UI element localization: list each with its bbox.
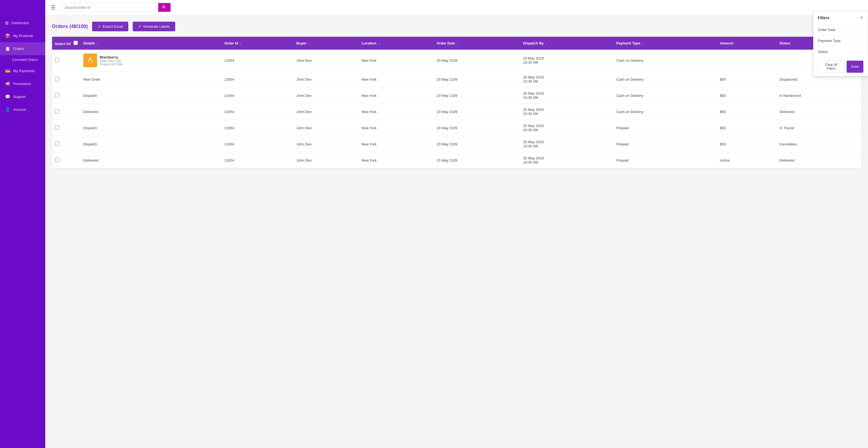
row-payment-type: Cash on Delivery [614,50,717,71]
row-status: Cancelleex [777,136,861,152]
row-checkbox-5[interactable] [55,142,59,146]
select-all-label: Select All [55,42,71,46]
product-sku: Seller SKU: 342 [100,59,123,63]
row-buyer: John Deo [293,120,359,136]
row-detail-label: New Order [83,78,101,82]
export-excel-button[interactable]: ↗ Export Excel [92,22,128,31]
row-checkbox-0[interactable] [55,58,59,62]
row-checkbox-6[interactable] [55,158,59,162]
row-payment-type: Prepaid [614,120,717,136]
row-detail-label: Delivered [83,110,98,114]
row-location: New York [359,152,434,169]
sidebar-item-support[interactable]: 💬 Support [0,90,45,103]
hamburger-icon[interactable]: ☰ [51,4,56,11]
row-order-id: 11654 [221,120,293,136]
filter-panel: Filters ✕ Order Date Payment Type Status… [813,11,868,76]
svg-rect-0 [86,56,94,64]
sidebar-item-my-payments[interactable]: 💳 My Payments [0,64,45,78]
sidebar: ⊞ Dashboard 📦 My Products 📋 Orders Cance… [0,0,45,448]
generate-icon: ↗ [138,24,141,29]
row-buyer: John Deo [293,104,359,120]
row-order-id: 11654 [221,104,293,120]
row-buyer: John Deo [293,71,359,88]
row-payment-type: Prepaid [614,152,717,169]
order-date-header[interactable]: Order Date ↓ [434,37,520,50]
row-order-id: 11654 [221,71,293,88]
payment-sort-icon: ↓ [642,42,644,45]
row-status: In Transit [777,120,861,136]
orders-table: Select All Details ↓ Order Id ↓ Buyer [52,37,861,169]
filter-item-status[interactable]: Status [813,47,868,57]
account-icon: 👤 [5,107,10,112]
row-dispatch-by: 20 May 2019 10:30 AM [520,120,614,136]
buyer-sort-icon: ↓ [309,42,310,45]
row-order-date: 20 May 2109 [434,71,520,88]
row-checkbox-2[interactable] [55,93,59,97]
filter-item-payment-type[interactable]: Payment Type [813,35,868,47]
row-buyer: John Deo [293,136,359,152]
dispatch-by-header[interactable]: Dispatch By ↓ [520,37,614,50]
row-checkbox-cell [52,120,81,136]
row-checkbox-4[interactable] [55,125,59,130]
sidebar-item-dashboard[interactable]: ⊞ Dashboard [0,17,45,29]
search-button[interactable]: 🔍 [158,3,170,12]
row-dispatch-by: 20 May 2019 10:30 AM [520,136,614,152]
select-all-header[interactable]: Select All [52,37,81,50]
row-detail-label: Dispatch [83,142,97,146]
done-button[interactable]: Done [847,61,863,73]
row-checkbox-3[interactable] [55,109,59,114]
generate-label: Generate Labels [144,24,170,29]
row-checkbox-1[interactable] [55,77,59,81]
table-row: Blackberry Seller SKU: 342 Product Id:87… [52,50,861,71]
payment-type-header[interactable]: Payment Type ↓ [614,37,717,50]
row-detail-label: Dispatch [83,94,97,98]
row-checkbox-cell [52,104,81,120]
row-buyer: John Deo [293,88,359,104]
buyer-header[interactable]: Buyer ↓ [293,37,359,50]
cancelled-orders-label: Cancelled Orders [12,58,37,62]
sidebar-item-label: Support [13,95,26,99]
row-order-date: 20 May 2109 [434,50,520,71]
filter-close-button[interactable]: ✕ [860,15,863,20]
row-order-id: 11654 [221,136,293,152]
product-name: Blackberry [100,55,123,59]
orders-header: Orders (48/100) ↗ Export Excel ↗ Generat… [52,21,861,32]
row-location: New York [359,120,434,136]
search-input[interactable] [61,3,158,12]
row-order-id: 11654 [221,50,293,71]
order-date-sort-icon: ↓ [457,42,459,45]
select-all-checkbox[interactable] [73,40,78,45]
content-area: Orders (48/100) ↗ Export Excel ↗ Generat… [45,15,868,448]
sidebar-item-promotions[interactable]: 📢 Promotions [0,78,45,90]
sidebar-item-account[interactable]: 👤 Account [0,103,45,116]
payments-icon: 💳 [5,68,10,73]
row-checkbox-cell [52,50,81,71]
row-checkbox-cell [52,71,81,88]
table-body: Blackberry Seller SKU: 342 Product Id:87… [52,50,861,169]
clear-all-filters-button[interactable]: Clear All Filters [818,61,844,73]
orders-table-wrapper: Select All Details ↓ Order Id ↓ Buyer [52,36,861,169]
sidebar-item-orders[interactable]: 📋 Orders [0,42,45,55]
table-row: Delivered11654John DeoNew York20 May 210… [52,152,861,169]
row-order-date: 20 May 2109 [434,104,520,120]
row-location: New York [359,104,434,120]
row-amount: $50 [717,120,777,136]
order-id-header[interactable]: Order Id ↓ [221,37,293,50]
search-wrapper: 🔍 [61,3,171,12]
filter-header: Filters ✕ [813,11,868,24]
product-id: Product Id:87666 [100,63,123,66]
details-header[interactable]: Details ↓ [81,37,221,50]
orders-icon: 📋 [5,46,10,51]
sidebar-item-my-products[interactable]: 📦 My Products [0,29,45,42]
sidebar-item-cancelled-orders[interactable]: Cancelled Orders [0,55,45,64]
product-image [83,54,97,67]
row-details-cell: Blackberry Seller SKU: 342 Product Id:87… [81,50,221,71]
product-info: Blackberry Seller SKU: 342 Product Id:87… [100,55,123,66]
row-dispatch-by: 20 May 2019 10:30 AM [520,71,614,88]
location-header[interactable]: Location ↓ [359,37,434,50]
row-checkbox-cell [52,136,81,152]
row-dispatch-by: 20 May 2019 10:30 AM [520,152,614,169]
generate-labels-button[interactable]: ↗ Generate Labels [133,22,175,31]
table-row: Dispatch11654John DeoNew York20 May 2109… [52,136,861,152]
filter-item-order-date[interactable]: Order Date [813,24,868,35]
